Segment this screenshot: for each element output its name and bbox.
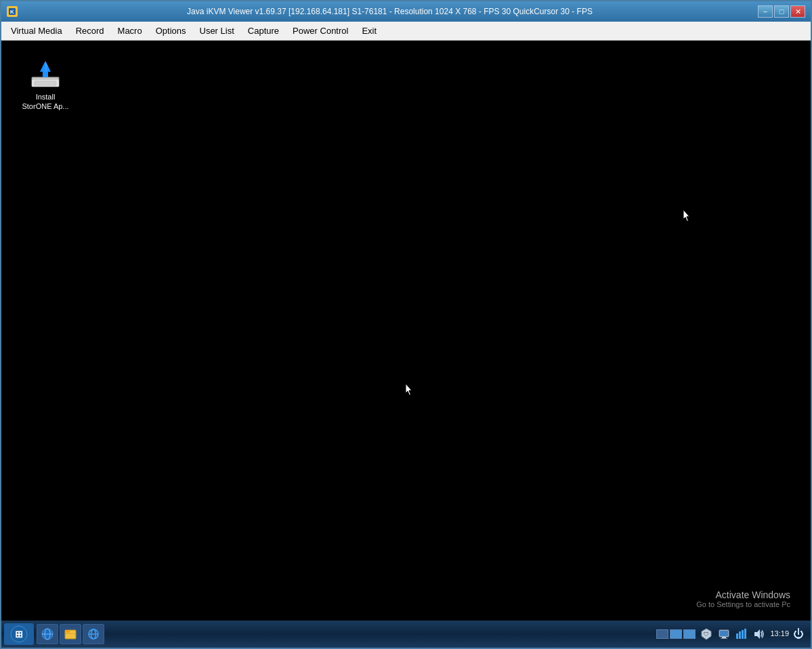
window-controls: − □ ✕	[758, 5, 805, 18]
main-window: K Java iKVM Viewer v1.69.37 [192.168.64.…	[0, 0, 812, 649]
taskbar-network-button[interactable]	[83, 624, 104, 644]
window-title: Java iKVM Viewer v1.69.37 [192.168.64.18…	[22, 7, 758, 16]
svg-rect-29	[744, 629, 746, 639]
progress-seg-2	[670, 629, 682, 639]
taskbar-tray: 🛡	[656, 627, 808, 641]
menu-macro[interactable]: Macro	[111, 24, 149, 38]
progress-seg-3	[683, 629, 696, 639]
svg-text:🛡: 🛡	[704, 631, 709, 637]
svg-marker-30	[754, 629, 760, 639]
install-icon-label: Install StorONE Ap...	[22, 92, 68, 112]
app-icon: K	[7, 6, 18, 17]
minimize-button[interactable]: −	[758, 5, 773, 18]
menu-bar: Virtual Media Record Macro Options User …	[1, 22, 811, 41]
menu-user-list[interactable]: User List	[193, 24, 241, 38]
svg-text:⊞: ⊞	[15, 629, 23, 640]
start-button[interactable]: ⊞	[4, 623, 34, 645]
progress-seg-1	[656, 629, 668, 639]
install-icon-image	[29, 57, 62, 89]
title-bar: K Java iKVM Viewer v1.69.37 [192.168.64.…	[1, 1, 811, 22]
progress-bar	[656, 629, 696, 639]
activate-windows-watermark: Activate Windows Go to Settings to activ…	[696, 589, 790, 608]
svg-rect-27	[739, 631, 741, 639]
svg-rect-28	[742, 630, 744, 639]
tray-volume-icon[interactable]	[752, 627, 766, 641]
tray-security-icon[interactable]: 🛡	[700, 627, 713, 641]
tray-network-tray-icon[interactable]	[735, 627, 748, 641]
cursor-secondary	[682, 208, 693, 222]
svg-marker-7	[406, 384, 412, 395]
menu-capture[interactable]: Capture	[241, 24, 286, 38]
svg-rect-24	[722, 637, 726, 638]
taskbar-power-button[interactable]: ⏻	[793, 628, 804, 640]
install-storone-icon[interactable]: Install StorONE Ap...	[18, 54, 72, 114]
svg-rect-25	[721, 638, 727, 639]
menu-record[interactable]: Record	[69, 24, 111, 38]
menu-power-control[interactable]: Power Control	[286, 24, 355, 38]
taskbar-ie-button[interactable]	[37, 624, 58, 644]
taskbar-clock[interactable]: 13:19	[770, 629, 789, 639]
svg-rect-26	[736, 633, 738, 639]
svg-rect-15	[65, 630, 70, 633]
cursor-main	[404, 382, 415, 396]
kvm-display[interactable]: Install StorONE Ap... Activate Windows G…	[1, 41, 811, 621]
svg-rect-23	[720, 631, 728, 636]
menu-virtual-media[interactable]: Virtual Media	[4, 24, 69, 38]
close-button[interactable]: ✕	[790, 5, 805, 18]
svg-rect-16	[66, 633, 75, 634]
svg-rect-4	[35, 81, 56, 85]
menu-exit[interactable]: Exit	[355, 24, 383, 38]
taskbar-explorer-button[interactable]	[60, 624, 81, 644]
menu-options[interactable]: Options	[149, 24, 193, 38]
taskbar: ⊞	[1, 621, 811, 648]
svg-marker-8	[683, 210, 689, 221]
maximize-button[interactable]: □	[774, 5, 789, 18]
svg-text:K: K	[10, 9, 14, 15]
tray-display-icon[interactable]	[717, 627, 731, 641]
